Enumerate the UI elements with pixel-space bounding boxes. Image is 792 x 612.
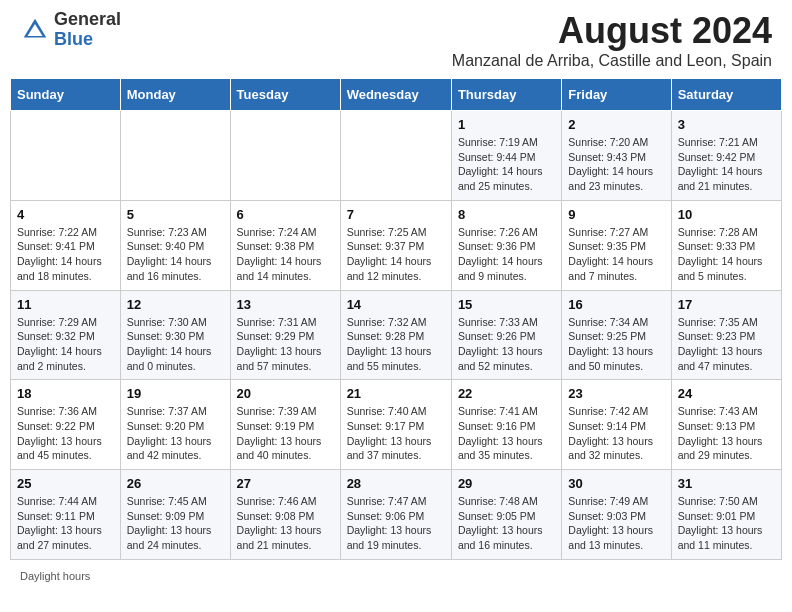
day-info: Sunrise: 7:49 AM Sunset: 9:03 PM Dayligh… <box>568 494 664 553</box>
daylight-label: Daylight hours <box>20 570 90 582</box>
calendar-cell: 31Sunrise: 7:50 AM Sunset: 9:01 PM Dayli… <box>671 470 781 560</box>
day-info: Sunrise: 7:37 AM Sunset: 9:20 PM Dayligh… <box>127 404 224 463</box>
calendar-cell: 16Sunrise: 7:34 AM Sunset: 9:25 PM Dayli… <box>562 290 671 380</box>
calendar-week-row: 1Sunrise: 7:19 AM Sunset: 9:44 PM Daylig… <box>11 111 782 201</box>
day-number: 27 <box>237 476 334 491</box>
calendar-cell <box>120 111 230 201</box>
calendar-cell: 26Sunrise: 7:45 AM Sunset: 9:09 PM Dayli… <box>120 470 230 560</box>
calendar-cell: 5Sunrise: 7:23 AM Sunset: 9:40 PM Daylig… <box>120 200 230 290</box>
day-number: 25 <box>17 476 114 491</box>
day-number: 14 <box>347 297 445 312</box>
calendar-cell: 21Sunrise: 7:40 AM Sunset: 9:17 PM Dayli… <box>340 380 451 470</box>
calendar-week-row: 4Sunrise: 7:22 AM Sunset: 9:41 PM Daylig… <box>11 200 782 290</box>
calendar-cell: 25Sunrise: 7:44 AM Sunset: 9:11 PM Dayli… <box>11 470 121 560</box>
day-info: Sunrise: 7:34 AM Sunset: 9:25 PM Dayligh… <box>568 315 664 374</box>
day-number: 17 <box>678 297 775 312</box>
day-info: Sunrise: 7:33 AM Sunset: 9:26 PM Dayligh… <box>458 315 555 374</box>
calendar-cell: 10Sunrise: 7:28 AM Sunset: 9:33 PM Dayli… <box>671 200 781 290</box>
location: Manzanal de Arriba, Castille and Leon, S… <box>452 52 772 70</box>
calendar-cell: 4Sunrise: 7:22 AM Sunset: 9:41 PM Daylig… <box>11 200 121 290</box>
calendar-cell: 9Sunrise: 7:27 AM Sunset: 9:35 PM Daylig… <box>562 200 671 290</box>
day-number: 2 <box>568 117 664 132</box>
month-year: August 2024 <box>452 10 772 52</box>
logo-text: General Blue <box>54 10 121 50</box>
day-info: Sunrise: 7:30 AM Sunset: 9:30 PM Dayligh… <box>127 315 224 374</box>
calendar-cell <box>340 111 451 201</box>
day-number: 24 <box>678 386 775 401</box>
weekday-header: Sunday <box>11 79 121 111</box>
day-number: 26 <box>127 476 224 491</box>
day-number: 5 <box>127 207 224 222</box>
day-number: 10 <box>678 207 775 222</box>
day-info: Sunrise: 7:41 AM Sunset: 9:16 PM Dayligh… <box>458 404 555 463</box>
day-info: Sunrise: 7:23 AM Sunset: 9:40 PM Dayligh… <box>127 225 224 284</box>
day-number: 28 <box>347 476 445 491</box>
calendar-cell: 17Sunrise: 7:35 AM Sunset: 9:23 PM Dayli… <box>671 290 781 380</box>
day-info: Sunrise: 7:46 AM Sunset: 9:08 PM Dayligh… <box>237 494 334 553</box>
weekday-header: Saturday <box>671 79 781 111</box>
calendar-header: SundayMondayTuesdayWednesdayThursdayFrid… <box>11 79 782 111</box>
title-block: August 2024 Manzanal de Arriba, Castille… <box>452 10 772 70</box>
calendar-cell: 29Sunrise: 7:48 AM Sunset: 9:05 PM Dayli… <box>451 470 561 560</box>
footer: Daylight hours <box>10 566 782 586</box>
day-info: Sunrise: 7:50 AM Sunset: 9:01 PM Dayligh… <box>678 494 775 553</box>
logo: General Blue <box>20 10 121 50</box>
day-info: Sunrise: 7:21 AM Sunset: 9:42 PM Dayligh… <box>678 135 775 194</box>
day-number: 7 <box>347 207 445 222</box>
calendar-cell: 15Sunrise: 7:33 AM Sunset: 9:26 PM Dayli… <box>451 290 561 380</box>
day-number: 30 <box>568 476 664 491</box>
logo-icon <box>20 15 50 45</box>
day-info: Sunrise: 7:40 AM Sunset: 9:17 PM Dayligh… <box>347 404 445 463</box>
day-number: 11 <box>17 297 114 312</box>
calendar-cell: 1Sunrise: 7:19 AM Sunset: 9:44 PM Daylig… <box>451 111 561 201</box>
day-info: Sunrise: 7:27 AM Sunset: 9:35 PM Dayligh… <box>568 225 664 284</box>
calendar-cell: 8Sunrise: 7:26 AM Sunset: 9:36 PM Daylig… <box>451 200 561 290</box>
weekday-header: Tuesday <box>230 79 340 111</box>
weekday-header: Wednesday <box>340 79 451 111</box>
day-info: Sunrise: 7:45 AM Sunset: 9:09 PM Dayligh… <box>127 494 224 553</box>
weekday-header: Monday <box>120 79 230 111</box>
calendar-cell <box>11 111 121 201</box>
calendar-cell: 20Sunrise: 7:39 AM Sunset: 9:19 PM Dayli… <box>230 380 340 470</box>
day-number: 22 <box>458 386 555 401</box>
calendar-cell: 30Sunrise: 7:49 AM Sunset: 9:03 PM Dayli… <box>562 470 671 560</box>
calendar-week-row: 11Sunrise: 7:29 AM Sunset: 9:32 PM Dayli… <box>11 290 782 380</box>
calendar-cell: 28Sunrise: 7:47 AM Sunset: 9:06 PM Dayli… <box>340 470 451 560</box>
calendar-cell: 13Sunrise: 7:31 AM Sunset: 9:29 PM Dayli… <box>230 290 340 380</box>
day-number: 8 <box>458 207 555 222</box>
day-number: 21 <box>347 386 445 401</box>
day-number: 13 <box>237 297 334 312</box>
day-number: 15 <box>458 297 555 312</box>
day-info: Sunrise: 7:32 AM Sunset: 9:28 PM Dayligh… <box>347 315 445 374</box>
day-info: Sunrise: 7:24 AM Sunset: 9:38 PM Dayligh… <box>237 225 334 284</box>
calendar-week-row: 25Sunrise: 7:44 AM Sunset: 9:11 PM Dayli… <box>11 470 782 560</box>
calendar-table: SundayMondayTuesdayWednesdayThursdayFrid… <box>10 78 782 560</box>
calendar-body: 1Sunrise: 7:19 AM Sunset: 9:44 PM Daylig… <box>11 111 782 560</box>
calendar-cell: 24Sunrise: 7:43 AM Sunset: 9:13 PM Dayli… <box>671 380 781 470</box>
calendar-cell <box>230 111 340 201</box>
page-header: General Blue August 2024 Manzanal de Arr… <box>10 10 782 70</box>
day-info: Sunrise: 7:26 AM Sunset: 9:36 PM Dayligh… <box>458 225 555 284</box>
weekday-header: Thursday <box>451 79 561 111</box>
calendar-cell: 7Sunrise: 7:25 AM Sunset: 9:37 PM Daylig… <box>340 200 451 290</box>
day-info: Sunrise: 7:28 AM Sunset: 9:33 PM Dayligh… <box>678 225 775 284</box>
day-number: 6 <box>237 207 334 222</box>
day-info: Sunrise: 7:39 AM Sunset: 9:19 PM Dayligh… <box>237 404 334 463</box>
calendar-cell: 22Sunrise: 7:41 AM Sunset: 9:16 PM Dayli… <box>451 380 561 470</box>
calendar-cell: 18Sunrise: 7:36 AM Sunset: 9:22 PM Dayli… <box>11 380 121 470</box>
day-info: Sunrise: 7:36 AM Sunset: 9:22 PM Dayligh… <box>17 404 114 463</box>
day-number: 16 <box>568 297 664 312</box>
calendar-cell: 6Sunrise: 7:24 AM Sunset: 9:38 PM Daylig… <box>230 200 340 290</box>
day-number: 23 <box>568 386 664 401</box>
calendar-cell: 3Sunrise: 7:21 AM Sunset: 9:42 PM Daylig… <box>671 111 781 201</box>
calendar-cell: 27Sunrise: 7:46 AM Sunset: 9:08 PM Dayli… <box>230 470 340 560</box>
day-number: 1 <box>458 117 555 132</box>
day-number: 20 <box>237 386 334 401</box>
day-info: Sunrise: 7:22 AM Sunset: 9:41 PM Dayligh… <box>17 225 114 284</box>
day-number: 19 <box>127 386 224 401</box>
calendar-week-row: 18Sunrise: 7:36 AM Sunset: 9:22 PM Dayli… <box>11 380 782 470</box>
calendar-cell: 11Sunrise: 7:29 AM Sunset: 9:32 PM Dayli… <box>11 290 121 380</box>
day-number: 4 <box>17 207 114 222</box>
calendar-cell: 2Sunrise: 7:20 AM Sunset: 9:43 PM Daylig… <box>562 111 671 201</box>
day-info: Sunrise: 7:43 AM Sunset: 9:13 PM Dayligh… <box>678 404 775 463</box>
